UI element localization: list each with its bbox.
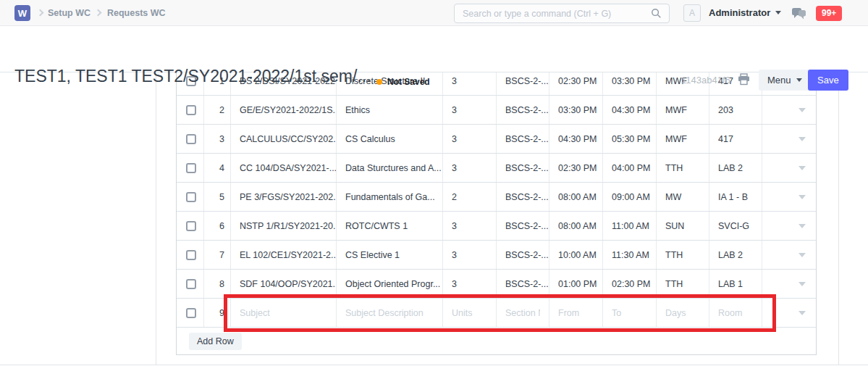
cell-room[interactable]: IA 1 - B <box>709 183 762 211</box>
row-index[interactable]: 9 <box>204 299 231 327</box>
row-checkbox[interactable] <box>186 221 196 231</box>
row-expand-cell[interactable] <box>762 125 816 153</box>
cell-to[interactable]: 05:30 PM <box>603 125 657 153</box>
new-row-days-input[interactable] <box>665 308 700 318</box>
cell-room[interactable]: LAB 2 <box>709 241 762 269</box>
cell-to[interactable]: 09:00 AM <box>603 183 657 211</box>
cell-to[interactable]: 11:00 AM <box>603 212 657 240</box>
row-checkbox[interactable] <box>186 134 196 144</box>
cell-units[interactable]: 3 <box>443 270 497 298</box>
cell-to[interactable]: 04:00 PM <box>603 154 657 182</box>
cell-to[interactable]: 04:30 PM <box>603 96 657 124</box>
cell-days[interactable]: TTH <box>657 241 709 269</box>
row-checkbox[interactable] <box>186 250 196 260</box>
new-row-subject-input[interactable] <box>240 308 327 318</box>
row-index[interactable]: 8 <box>204 270 231 298</box>
breadcrumb-requests-wc[interactable]: Requests WC <box>107 8 166 18</box>
cell-days[interactable]: MWF <box>657 96 709 124</box>
cell-section[interactable]: BSCS-2-... <box>497 96 549 124</box>
cell-section[interactable]: BSCS-2-... <box>497 125 549 153</box>
row-checkbox[interactable] <box>186 308 196 318</box>
row-checkbox[interactable] <box>186 192 196 202</box>
add-row-button[interactable]: Add Row <box>189 333 242 350</box>
cell-to[interactable]: 02:30 PM <box>603 270 657 298</box>
cell-from[interactable]: 08:00 AM <box>549 212 603 240</box>
cell-section[interactable]: BSCS-2-... <box>497 241 549 269</box>
cell-subject-description[interactable]: Data Sturctures and A... <box>337 154 443 182</box>
row-expand-cell[interactable] <box>762 270 816 298</box>
cell-days[interactable]: MWF <box>657 125 709 153</box>
cell-days[interactable]: SUN <box>657 212 709 240</box>
cell-subject-description[interactable]: CS Calculus <box>337 125 443 153</box>
cell-room[interactable]: LAB 2 <box>709 154 762 182</box>
save-button[interactable]: Save <box>808 70 848 91</box>
cell-subject-description[interactable]: CS Elective 1 <box>337 241 443 269</box>
cell-subject[interactable]: CC 104/DSA/SY2021-... <box>231 154 337 182</box>
notifications-badge[interactable]: 99+ <box>816 6 842 21</box>
new-row-to-input[interactable] <box>612 308 647 318</box>
cell-units[interactable]: 3 <box>443 154 497 182</box>
cell-units[interactable]: 2 <box>443 183 497 211</box>
cell-room[interactable]: 203 <box>709 96 762 124</box>
cell-subject-description[interactable]: Fundamentals of Ga... <box>337 183 443 211</box>
cell-from[interactable]: 08:00 AM <box>549 183 603 211</box>
cell-section[interactable]: BSCS-2-... <box>497 270 549 298</box>
cell-subject[interactable]: PE 3/FGS/SY2021-202... <box>231 183 337 211</box>
cell-units[interactable]: 3 <box>443 125 497 153</box>
cell-days[interactable]: MW <box>657 183 709 211</box>
row-index[interactable]: 4 <box>204 154 231 182</box>
row-expand-cell[interactable] <box>762 183 816 211</box>
row-index[interactable]: 7 <box>204 241 231 269</box>
search-input[interactable] <box>455 9 651 19</box>
row-checkbox[interactable] <box>186 163 196 173</box>
row-index[interactable]: 2 <box>204 96 231 124</box>
cell-from[interactable]: 02:30 PM <box>549 154 603 182</box>
breadcrumb-setup-wc[interactable]: Setup WC <box>48 8 90 18</box>
row-expand-cell[interactable] <box>762 212 816 240</box>
app-logo[interactable]: W <box>14 5 30 21</box>
new-row-section-input[interactable] <box>505 308 540 318</box>
cell-section[interactable]: BSCS-2-... <box>497 154 549 182</box>
row-index[interactable]: 5 <box>204 183 231 211</box>
cell-subject-description[interactable]: ROTC/CWTS 1 <box>337 212 443 240</box>
cell-subject[interactable]: GE/E/SY2021-2022/1S... <box>231 96 337 124</box>
chat-icon[interactable] <box>791 7 806 20</box>
new-row-from-input[interactable] <box>558 308 594 318</box>
row-expand-cell[interactable] <box>762 299 816 327</box>
cell-subject-description[interactable]: Ethics <box>337 96 443 124</box>
cell-subject-description[interactable]: Object Oriented Progr... <box>337 270 443 298</box>
avatar[interactable]: A <box>683 4 701 22</box>
new-row-description-input[interactable] <box>345 308 434 318</box>
cell-section[interactable]: BSCS-2-... <box>497 183 549 211</box>
cell-room[interactable]: 417 <box>709 125 762 153</box>
cell-from[interactable]: 04:30 PM <box>549 125 603 153</box>
row-checkbox[interactable] <box>186 279 196 289</box>
row-checkbox[interactable] <box>186 105 196 115</box>
cell-days[interactable]: TTH <box>657 154 709 182</box>
row-index[interactable]: 3 <box>204 125 231 153</box>
cell-section[interactable]: BSCS-2-... <box>497 212 549 240</box>
cell-from[interactable]: 10:00 AM <box>549 241 603 269</box>
cell-from[interactable]: 01:00 PM <box>549 270 603 298</box>
row-expand-cell[interactable] <box>762 96 816 124</box>
menu-button[interactable]: Menu <box>759 70 811 91</box>
cell-units[interactable]: 3 <box>443 212 497 240</box>
row-index[interactable]: 6 <box>204 212 231 240</box>
cell-room[interactable]: LAB 1 <box>709 270 762 298</box>
cell-subject[interactable]: EL 102/CE1/SY2021-2... <box>231 241 337 269</box>
print-icon[interactable] <box>738 73 750 86</box>
cell-subject[interactable]: SDF 104/OOP/SY2021... <box>231 270 337 298</box>
cell-subject[interactable]: CALCULUS/CC/SY202... <box>231 125 337 153</box>
row-expand-cell[interactable] <box>762 241 816 269</box>
cell-room[interactable]: SVCI-G <box>709 212 762 240</box>
cell-days[interactable]: TTH <box>657 270 709 298</box>
cell-units[interactable]: 3 <box>443 241 497 269</box>
cell-to[interactable]: 11:30 AM <box>603 241 657 269</box>
cell-units[interactable]: 3 <box>443 96 497 124</box>
new-row-room-input[interactable] <box>718 308 753 318</box>
new-row-units-input[interactable] <box>452 308 487 318</box>
cell-from[interactable]: 03:30 PM <box>549 96 603 124</box>
cell-subject[interactable]: NSTP 1/R1/SY2021-20... <box>231 212 337 240</box>
row-expand-cell[interactable] <box>762 154 816 182</box>
user-menu[interactable]: Administrator <box>709 7 781 18</box>
